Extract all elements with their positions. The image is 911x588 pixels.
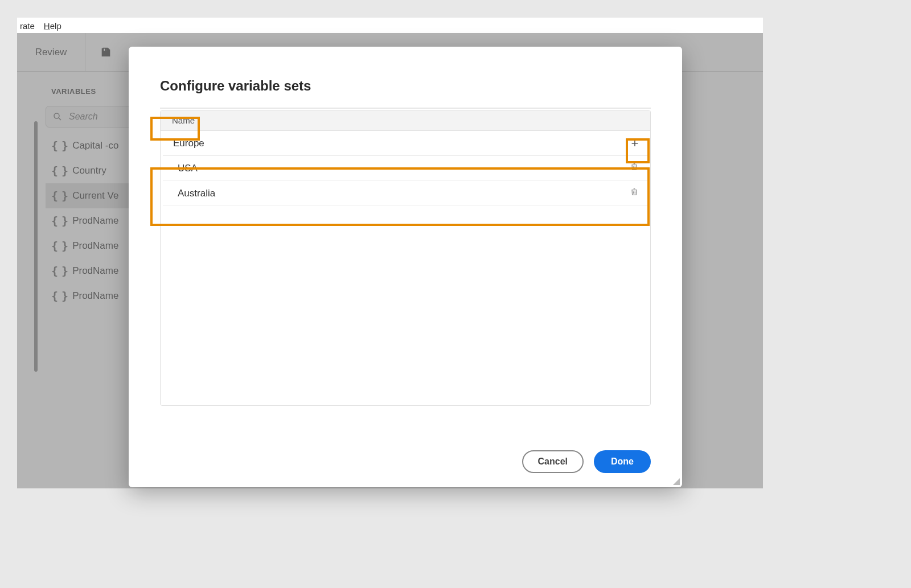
resize-grip[interactable] [672, 477, 680, 485]
add-set-button[interactable]: + [626, 135, 643, 152]
variable-set-name: Australia [178, 188, 215, 199]
variable-set-row[interactable]: Australia [163, 181, 648, 206]
variable-set-name: USA [178, 163, 198, 174]
new-set-name-input[interactable] [173, 138, 621, 149]
trash-icon [630, 162, 639, 172]
delete-set-button[interactable] [630, 187, 639, 200]
trash-icon [630, 187, 639, 197]
variable-sets-listbox: Name + USAAustralia [160, 110, 651, 406]
variable-set-row[interactable]: USA [163, 156, 648, 181]
existing-sets: USAAustralia [161, 156, 650, 206]
plus-icon: + [631, 136, 639, 151]
divider [160, 108, 651, 109]
menu-help-rest: elp [50, 21, 61, 31]
name-column-header: Name [161, 110, 650, 131]
dialog-body: Configure variable sets Name + USAAustra… [129, 47, 682, 436]
menubar: rate Help [17, 18, 763, 34]
dialog-footer: Cancel Done [129, 436, 682, 487]
dialog-title: Configure variable sets [160, 78, 651, 94]
menu-help-accel: H [44, 21, 50, 31]
cancel-button[interactable]: Cancel [522, 450, 584, 473]
new-set-row: + [163, 131, 648, 156]
menu-item-rate[interactable]: rate [20, 21, 35, 31]
configure-variable-sets-dialog: Configure variable sets Name + USAAustra… [129, 47, 682, 487]
done-button[interactable]: Done [594, 450, 651, 473]
delete-set-button[interactable] [630, 162, 639, 175]
menu-item-help[interactable]: Help [44, 21, 61, 31]
